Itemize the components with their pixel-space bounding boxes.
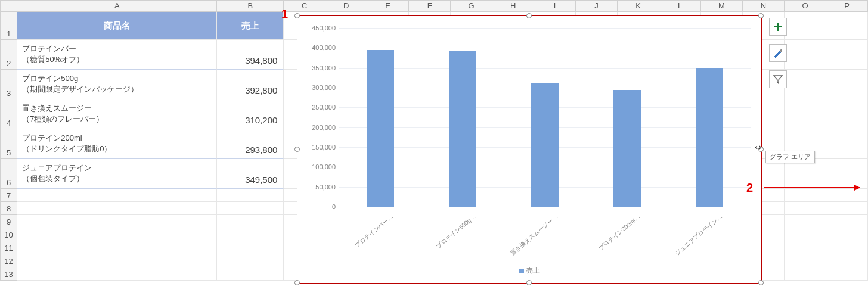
table-header-sales[interactable]: 売上	[217, 12, 284, 40]
col-header-B[interactable]: B	[217, 0, 284, 12]
cell-P10[interactable]	[826, 228, 868, 241]
cell-A8[interactable]	[17, 202, 217, 215]
row-header-4[interactable]: 4	[0, 99, 17, 129]
cell-O9[interactable]	[785, 215, 826, 228]
cell-B10[interactable]	[217, 228, 284, 241]
cell-O10[interactable]	[785, 228, 826, 241]
cell-O1[interactable]	[785, 12, 826, 40]
table-row-sales[interactable]: 349,500	[217, 159, 284, 189]
cell-P8[interactable]	[826, 202, 868, 215]
col-header-I[interactable]: I	[534, 0, 576, 12]
chart-bar[interactable]	[367, 50, 394, 207]
row-header-13[interactable]: 13	[0, 267, 17, 281]
cell-P13[interactable]	[826, 267, 868, 281]
cell-O7[interactable]	[785, 189, 826, 202]
cell-B12[interactable]	[217, 254, 284, 267]
row-header-11[interactable]: 11	[0, 241, 17, 254]
table-row-name[interactable]: プロテインバー （糖質50%オフ）	[17, 40, 217, 70]
chart-resize-handle[interactable]	[758, 280, 764, 285]
col-header-E[interactable]: E	[367, 0, 409, 12]
table-row-sales[interactable]: 392,800	[217, 70, 284, 99]
col-header-H[interactable]: H	[492, 0, 534, 12]
plot-area[interactable]: 050,000100,000150,000200,000250,000300,0…	[339, 28, 751, 207]
cell-O2[interactable]	[785, 40, 826, 70]
col-header-A[interactable]: A	[17, 0, 217, 12]
cell-P11[interactable]	[826, 241, 868, 254]
row-header-3[interactable]: 3	[0, 70, 17, 99]
cell-P7[interactable]	[826, 189, 868, 202]
chart-resize-handle[interactable]	[294, 13, 300, 18]
chart-bar[interactable]	[531, 83, 559, 207]
chart-resize-handle[interactable]	[294, 280, 300, 285]
cell-O13[interactable]	[785, 267, 826, 281]
chart-elements-button[interactable]	[769, 18, 787, 36]
select-all-corner[interactable]	[0, 0, 17, 12]
chart-area[interactable]: 050,000100,000150,000200,000250,000300,0…	[297, 15, 762, 284]
col-header-K[interactable]: K	[618, 0, 659, 12]
table-row-name[interactable]: 置き換えスムージー （7種類のフレーバー）	[17, 99, 217, 129]
row-header-1[interactable]: 1	[0, 12, 17, 40]
x-axis-tick: プロテイン200ml…	[582, 213, 642, 265]
col-header-M[interactable]: M	[701, 0, 743, 12]
col-header-G[interactable]: G	[451, 0, 492, 12]
table-row-sales[interactable]: 293,800	[217, 129, 284, 159]
col-header-N[interactable]: N	[743, 0, 785, 12]
chart-bar[interactable]	[696, 68, 723, 207]
cell-A9[interactable]	[17, 215, 217, 228]
cell-P6[interactable]	[826, 159, 868, 189]
cell-O11[interactable]	[785, 241, 826, 254]
cell-B9[interactable]	[217, 215, 284, 228]
row-header-12[interactable]: 12	[0, 254, 17, 267]
chart-styles-button[interactable]	[769, 44, 787, 62]
cell-O12[interactable]	[785, 254, 826, 267]
table-header-name[interactable]: 商品名	[17, 12, 217, 40]
row-header-8[interactable]: 8	[0, 202, 17, 215]
chart-filters-button[interactable]	[769, 70, 787, 88]
cell-P3[interactable]	[826, 70, 868, 99]
cell-O6[interactable]	[785, 159, 826, 189]
cell-P9[interactable]	[826, 215, 868, 228]
cell-A12[interactable]	[17, 254, 217, 267]
row-header-10[interactable]: 10	[0, 228, 17, 241]
cell-B8[interactable]	[217, 202, 284, 215]
row-header-7[interactable]: 7	[0, 189, 17, 202]
row-header-2[interactable]: 2	[0, 40, 17, 70]
cell-B13[interactable]	[217, 267, 284, 281]
cell-P1[interactable]	[826, 12, 868, 40]
table-row-name[interactable]: プロテイン200ml （ドリンクタイプ脂肪0）	[17, 129, 217, 159]
cell-B7[interactable]	[217, 189, 284, 202]
col-header-F[interactable]: F	[409, 0, 451, 12]
row-header-9[interactable]: 9	[0, 215, 17, 228]
chart-resize-handle[interactable]	[758, 13, 764, 18]
cell-P5[interactable]	[826, 129, 868, 159]
cell-A11[interactable]	[17, 241, 217, 254]
row-header-6[interactable]: 6	[0, 159, 17, 189]
cell-P12[interactable]	[826, 254, 868, 267]
col-header-J[interactable]: J	[576, 0, 618, 12]
cell-P4[interactable]	[826, 99, 868, 129]
col-header-P[interactable]: P	[826, 0, 868, 12]
table-row-sales[interactable]: 310,200	[217, 99, 284, 129]
row-header-5[interactable]: 5	[0, 129, 17, 159]
chart-resize-handle[interactable]	[294, 147, 300, 152]
chart-resize-handle[interactable]	[526, 13, 532, 18]
cell-B11[interactable]	[217, 241, 284, 254]
cell-A10[interactable]	[17, 228, 217, 241]
cell-A7[interactable]	[17, 189, 217, 202]
chart-bar[interactable]	[613, 90, 641, 207]
cell-O3[interactable]	[785, 70, 826, 99]
col-header-C[interactable]: C	[284, 0, 326, 12]
chart-legend[interactable]: 売上	[519, 266, 540, 275]
chart-bar[interactable]	[449, 51, 476, 207]
col-header-O[interactable]: O	[785, 0, 826, 12]
cell-O8[interactable]	[785, 202, 826, 215]
table-row-sales[interactable]: 394,800	[217, 40, 284, 70]
cell-P2[interactable]	[826, 40, 868, 70]
col-header-L[interactable]: L	[659, 0, 701, 12]
cell-O4[interactable]	[785, 99, 826, 129]
table-row-name[interactable]: プロテイン500g （期間限定デザインパッケージ）	[17, 70, 217, 99]
table-row-name[interactable]: ジュニアプロテイン （個包装タイプ）	[17, 159, 217, 189]
cell-A13[interactable]	[17, 267, 217, 281]
col-header-D[interactable]: D	[326, 0, 367, 12]
chart-resize-handle[interactable]	[526, 280, 532, 285]
